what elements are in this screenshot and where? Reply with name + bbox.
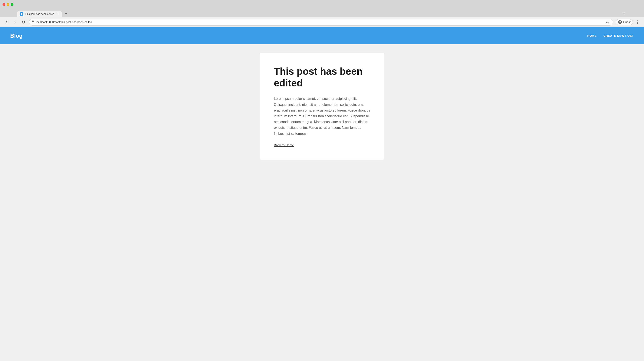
lock-icon	[32, 20, 34, 24]
reload-button[interactable]	[20, 19, 26, 25]
maximize-button[interactable]	[11, 3, 14, 6]
active-tab[interactable]: This post has been edited ✕	[17, 11, 62, 17]
nav-link-home[interactable]: HOME	[587, 34, 596, 37]
svg-text:Aa: Aa	[606, 21, 609, 23]
post-card: This post has been edited Lorem ipsum do…	[260, 53, 384, 160]
svg-rect-1	[32, 21, 34, 23]
browser-window: This post has been edited ✕ +	[0, 0, 644, 361]
forward-button[interactable]	[12, 19, 18, 25]
translate-icon[interactable]: Aa	[605, 19, 610, 25]
app-navbar: Blog HOME CREATE NEW POST	[0, 27, 644, 44]
post-title: This post has been edited	[274, 65, 370, 89]
tab-title: This post has been edited	[25, 12, 54, 15]
tab-bar: This post has been edited ✕ +	[0, 9, 644, 17]
address-bar-container[interactable]: Aa	[29, 19, 613, 25]
close-button[interactable]	[2, 3, 5, 6]
browser-toolbar: Aa Guest ⋮	[0, 17, 644, 27]
main-area: This post has been edited Lorem ipsum do…	[0, 44, 644, 168]
back-to-home-link[interactable]: Back to Home	[274, 143, 294, 147]
app-nav-links: HOME CREATE NEW POST	[587, 34, 634, 37]
profile-label: Guest	[623, 20, 630, 24]
tab-dropdown-button[interactable]	[621, 10, 627, 16]
tab-close-button[interactable]: ✕	[56, 12, 59, 16]
nav-link-create[interactable]: CREATE NEW POST	[603, 34, 634, 37]
profile-button[interactable]: Guest	[616, 19, 633, 25]
browser-titlebar	[0, 0, 644, 9]
minimize-button[interactable]	[6, 3, 9, 6]
profile-avatar-icon	[618, 20, 622, 24]
post-body: Lorem ipsum dolor sit amet, consectetur …	[274, 96, 370, 136]
tab-favicon	[20, 12, 23, 16]
svg-point-0	[21, 13, 22, 15]
page-content: Blog HOME CREATE NEW POST This post has …	[0, 27, 644, 361]
back-button[interactable]	[4, 19, 9, 25]
toolbar-right: Guest ⋮	[616, 19, 640, 25]
app-brand[interactable]: Blog	[10, 32, 22, 39]
traffic-lights	[2, 3, 14, 6]
more-options-button[interactable]: ⋮	[635, 19, 640, 25]
new-tab-button[interactable]: +	[63, 11, 69, 16]
address-input[interactable]	[36, 20, 604, 24]
